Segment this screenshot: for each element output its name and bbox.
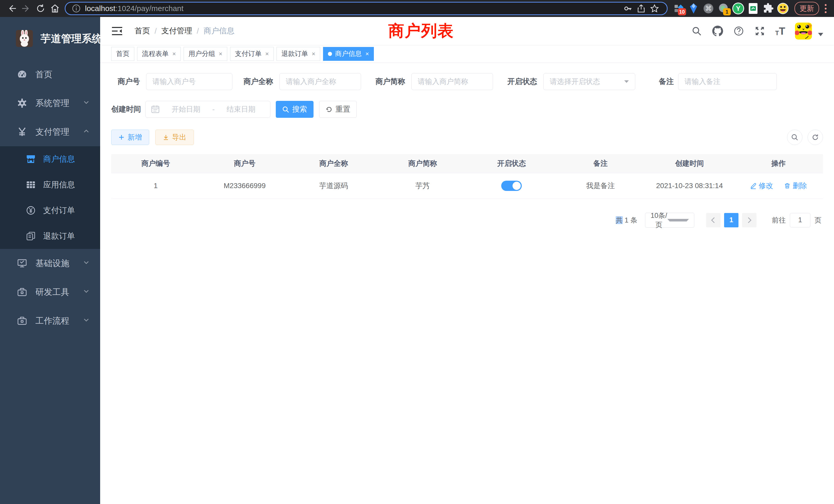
user-avatar[interactable] xyxy=(795,23,812,40)
font-size-icon[interactable]: TT xyxy=(775,26,785,36)
breadcrumb-current: 商户信息 xyxy=(204,26,235,36)
export-button[interactable]: 导出 xyxy=(155,130,194,145)
address-bar[interactable]: localhost:1024/pay/merchant xyxy=(65,2,667,15)
url-path: :1024/pay/merchant xyxy=(115,4,183,13)
search-icon[interactable] xyxy=(691,25,702,37)
chevron-down-icon xyxy=(667,219,689,222)
sidebar-item-system[interactable]: 系统管理 xyxy=(0,89,100,117)
sidebar-item-workflow[interactable]: 工作流程 xyxy=(0,306,100,335)
sidebar-item-label: 商户信息 xyxy=(43,154,75,164)
svg-text:⌘: ⌘ xyxy=(705,5,712,12)
tab-user-group[interactable]: 用户分组× xyxy=(183,47,227,61)
top-navbar: 首页 / 支付管理 / 商户信息 商户列表 TT xyxy=(100,17,834,45)
column-header: 商户号 xyxy=(200,154,289,173)
browser-reload-button[interactable] xyxy=(34,1,48,16)
close-icon[interactable]: × xyxy=(265,50,269,58)
sidebar-item-label: 工作流程 xyxy=(36,315,69,327)
help-icon[interactable] xyxy=(733,25,744,37)
password-key-icon[interactable] xyxy=(621,2,635,15)
page-number-1[interactable]: 1 xyxy=(724,213,739,227)
cell-create-time: 2021-10-23 08:31:14 xyxy=(645,173,734,199)
browser-forward-button[interactable] xyxy=(19,1,34,16)
github-icon[interactable] xyxy=(712,25,723,37)
close-icon[interactable]: × xyxy=(219,50,222,58)
fullscreen-icon[interactable] xyxy=(754,25,765,37)
sidebar: 芋道管理系统 首页 系统管理 支付管理 xyxy=(0,17,100,504)
tab-home[interactable]: 首页 xyxy=(111,47,134,61)
short-name-input[interactable] xyxy=(411,73,493,90)
sidebar-item-refund-order[interactable]: 退款订单 xyxy=(0,223,100,249)
prev-page-button[interactable] xyxy=(706,213,721,227)
remark-input[interactable] xyxy=(678,73,777,90)
browser-toolbar: localhost:1024/pay/merchant 10 ⌘ 1 Y 更新 xyxy=(0,0,834,17)
sidebar-item-payment[interactable]: 支付管理 xyxy=(0,117,100,146)
refresh-icon-button[interactable] xyxy=(808,130,823,145)
pagination: 共 1 条 10条/页 1 前往 页 xyxy=(111,213,823,228)
goto-suffix: 页 xyxy=(814,215,821,225)
extension-badge: 10 xyxy=(678,8,686,16)
sidebar-item-app-info[interactable]: 应用信息 xyxy=(0,172,100,198)
extension-command-icon[interactable]: ⌘ xyxy=(701,1,716,16)
payment-submenu: 商户信息 应用信息 支付订单 退款订单 xyxy=(0,146,100,249)
next-page-button[interactable] xyxy=(742,213,756,227)
extension-collab-icon[interactable]: 10 xyxy=(671,1,686,16)
sidebar-item-label: 支付订单 xyxy=(43,205,75,216)
browser-back-button[interactable] xyxy=(5,1,19,16)
column-header: 创建时间 xyxy=(645,154,734,173)
breadcrumb-separator: / xyxy=(197,27,199,36)
sidebar-item-pay-order[interactable]: 支付订单 xyxy=(0,198,100,223)
column-header: 商户编号 xyxy=(111,154,200,173)
sidebar-item-merchant-info[interactable]: 商户信息 xyxy=(0,146,100,172)
close-icon[interactable]: × xyxy=(312,50,315,58)
goto-page-input[interactable] xyxy=(790,213,810,227)
site-info-icon[interactable] xyxy=(71,3,81,14)
add-button[interactable]: 新增 xyxy=(111,130,149,145)
sidebar-fold-icon[interactable] xyxy=(111,25,123,37)
extension-recorder-icon[interactable]: 1 xyxy=(716,1,731,16)
filter-label-remark: 备注 xyxy=(659,76,674,87)
avatar-caret-icon[interactable] xyxy=(818,33,823,36)
dashboard-icon xyxy=(17,69,28,80)
extension-y-icon[interactable]: Y xyxy=(731,1,746,16)
extension-gem-icon[interactable] xyxy=(686,1,701,16)
breadcrumb-home[interactable]: 首页 xyxy=(135,26,150,36)
sidebar-item-home[interactable]: 首页 xyxy=(0,60,100,89)
full-name-input[interactable] xyxy=(279,73,361,90)
create-time-range-picker[interactable]: 开始日期 - 结束日期 xyxy=(145,101,270,118)
share-icon[interactable] xyxy=(635,2,648,15)
browser-update-button[interactable]: 更新 xyxy=(794,2,819,15)
browser-home-button[interactable] xyxy=(48,1,62,16)
toggle-search-icon-button[interactable] xyxy=(787,130,803,145)
merchant-no-input[interactable] xyxy=(146,73,233,90)
breadcrumb-payment[interactable]: 支付管理 xyxy=(161,26,192,36)
tab-process-form[interactable]: 流程表单× xyxy=(137,47,181,61)
tab-pay-order[interactable]: 支付订单× xyxy=(230,47,274,61)
url-host: localhost xyxy=(85,4,115,13)
tab-merchant-info[interactable]: 商户信息× xyxy=(323,47,374,61)
bookmark-star-icon[interactable] xyxy=(648,2,661,15)
svg-text:Y: Y xyxy=(736,5,740,12)
extension-sheet-icon[interactable] xyxy=(746,1,761,16)
sidebar-item-dev-tools[interactable]: 研发工具 xyxy=(0,278,100,306)
search-button[interactable]: 搜索 xyxy=(276,101,313,118)
extensions-puzzle-icon[interactable] xyxy=(761,1,775,16)
app-logo[interactable]: 芋道管理系统 xyxy=(0,17,100,60)
sidebar-item-label: 退款订单 xyxy=(43,231,75,242)
reset-button[interactable]: 重置 xyxy=(319,101,357,118)
profile-emoji-icon[interactable] xyxy=(775,1,790,16)
status-select[interactable]: 请选择开启状态 xyxy=(543,73,635,90)
column-header: 商户简称 xyxy=(378,154,467,173)
url-text: localhost:1024/pay/merchant xyxy=(85,4,621,13)
delete-link[interactable]: 删除 xyxy=(784,181,807,191)
documents-icon xyxy=(26,231,36,241)
status-toggle[interactable] xyxy=(501,181,522,191)
sidebar-item-infrastructure[interactable]: 基础设施 xyxy=(0,249,100,278)
close-icon[interactable]: × xyxy=(366,50,369,58)
edit-link[interactable]: 修改 xyxy=(750,181,773,191)
active-tab-dot xyxy=(328,52,332,56)
page-size-select[interactable]: 10条/页 xyxy=(645,213,694,228)
browser-menu-icon[interactable] xyxy=(822,4,829,13)
sidebar-item-label: 应用信息 xyxy=(43,179,75,190)
close-icon[interactable]: × xyxy=(172,50,176,58)
tab-refund-order[interactable]: 退款订单× xyxy=(277,47,320,61)
